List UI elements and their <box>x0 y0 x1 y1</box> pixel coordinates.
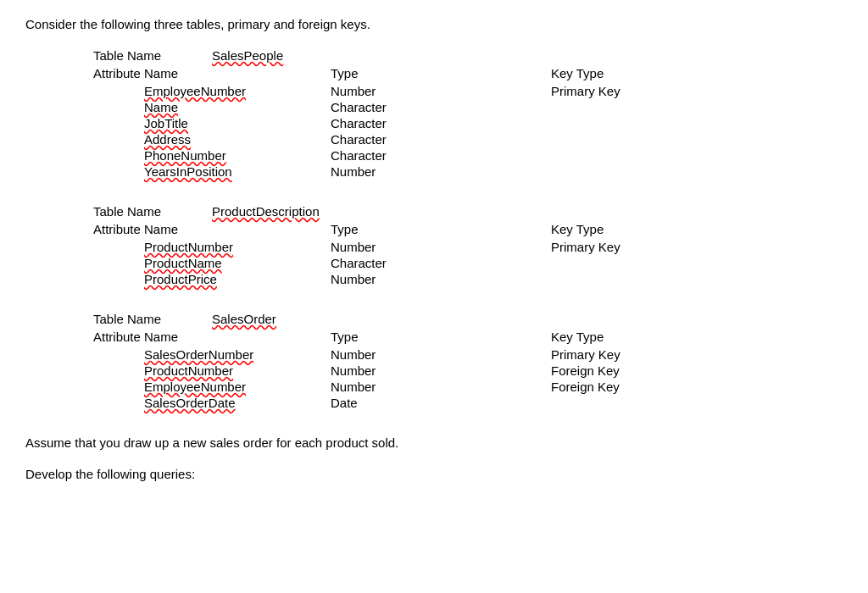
type-val-1-1: Character <box>331 256 551 270</box>
data-row-0-2: JobTitleCharacter <box>93 116 843 130</box>
type-val-2-1: Number <box>331 363 551 378</box>
attr-name-1-1: ProductName <box>93 256 331 270</box>
type-val-0-3: Character <box>331 132 551 147</box>
attr-name-0-1: Name <box>93 100 331 114</box>
data-row-0-3: AddressCharacter <box>93 132 843 147</box>
type-val-0-4: Character <box>331 148 551 163</box>
table-name-value-0: SalesPeople <box>212 48 283 63</box>
table-name-label-1: Table Name <box>93 204 195 219</box>
data-row-0-4: PhoneNumberCharacter <box>93 148 843 163</box>
type-header-1: Type <box>331 222 551 236</box>
data-row-0-5: YearsInPositionNumber <box>93 164 843 179</box>
key-val-2-0: Primary Key <box>551 347 678 362</box>
type-val-1-2: Number <box>331 272 551 286</box>
footer-text: Assume that you draw up a new sales orde… <box>25 435 843 450</box>
data-row-0-0: EmployeeNumberNumberPrimary Key <box>93 84 843 98</box>
attr-name-2-2: EmployeeNumber <box>93 380 331 394</box>
table-name-label-0: Table Name <box>93 48 195 63</box>
key-header-0: Key Type <box>551 66 678 80</box>
bottom-text: Develop the following queries: <box>25 467 843 481</box>
data-row-2-0: SalesOrderNumberNumberPrimary Key <box>93 347 843 362</box>
type-val-2-0: Number <box>331 347 551 362</box>
table-name-value-1: ProductDescription <box>212 204 320 219</box>
data-row-0-1: NameCharacter <box>93 100 843 114</box>
data-row-2-3: SalesOrderDateDate <box>93 396 843 410</box>
table-name-value-2: SalesOrder <box>212 312 276 326</box>
attr-name-0-3: Address <box>93 132 331 147</box>
attr-name-0-2: JobTitle <box>93 116 331 130</box>
table-name-row-1: Table NameProductDescription <box>93 204 843 219</box>
table-name-row-2: Table NameSalesOrder <box>93 312 843 326</box>
header-row-0: Attribute NameTypeKey Type <box>93 66 843 80</box>
attr-name-0-5: YearsInPosition <box>93 164 331 179</box>
table-section-0: Table NameSalesPeopleAttribute NameTypeK… <box>93 48 843 179</box>
type-val-0-2: Character <box>331 116 551 130</box>
key-val-0-0: Primary Key <box>551 84 678 98</box>
data-row-1-0: ProductNumberNumberPrimary Key <box>93 240 843 254</box>
header-row-1: Attribute NameTypeKey Type <box>93 222 843 236</box>
table-name-label-2: Table Name <box>93 312 195 326</box>
data-row-2-1: ProductNumberNumberForeign Key <box>93 363 843 378</box>
attr-name-1-0: ProductNumber <box>93 240 331 254</box>
key-header-2: Key Type <box>551 330 678 344</box>
attr-name-0-4: PhoneNumber <box>93 148 331 163</box>
key-val-2-2: Foreign Key <box>551 380 678 394</box>
type-val-0-0: Number <box>331 84 551 98</box>
attr-name-2-1: ProductNumber <box>93 363 331 378</box>
intro-text: Consider the following three tables, pri… <box>25 17 843 31</box>
key-val-1-0: Primary Key <box>551 240 678 254</box>
type-val-0-1: Character <box>331 100 551 114</box>
type-val-2-2: Number <box>331 380 551 394</box>
type-val-0-5: Number <box>331 164 551 179</box>
key-val-2-1: Foreign Key <box>551 363 678 378</box>
table-section-1: Table NameProductDescriptionAttribute Na… <box>93 204 843 286</box>
attr-header-2: Attribute Name <box>93 330 331 344</box>
type-header-0: Type <box>331 66 551 80</box>
key-header-1: Key Type <box>551 222 678 236</box>
attr-header-0: Attribute Name <box>93 66 331 80</box>
attr-name-2-0: SalesOrderNumber <box>93 347 331 362</box>
data-row-1-1: ProductNameCharacter <box>93 256 843 270</box>
table-section-2: Table NameSalesOrderAttribute NameTypeKe… <box>93 312 843 410</box>
table-name-row-0: Table NameSalesPeople <box>93 48 843 63</box>
data-row-2-2: EmployeeNumberNumberForeign Key <box>93 380 843 394</box>
type-val-2-3: Date <box>331 396 551 410</box>
attr-header-1: Attribute Name <box>93 222 331 236</box>
header-row-2: Attribute NameTypeKey Type <box>93 330 843 344</box>
attr-name-1-2: ProductPrice <box>93 272 331 286</box>
type-header-2: Type <box>331 330 551 344</box>
type-val-1-0: Number <box>331 240 551 254</box>
attr-name-2-3: SalesOrderDate <box>93 396 331 410</box>
attr-name-0-0: EmployeeNumber <box>93 84 331 98</box>
data-row-1-2: ProductPriceNumber <box>93 272 843 286</box>
